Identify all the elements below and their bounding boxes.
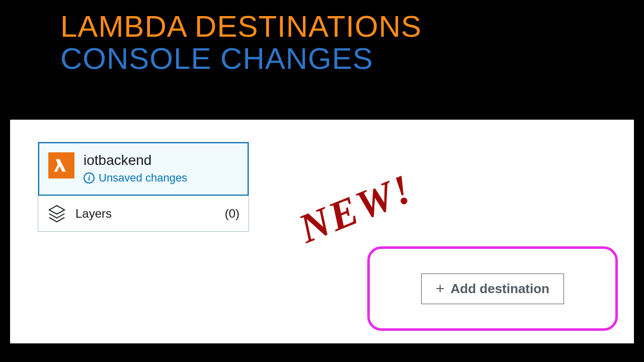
console-panel: iotbackend i Unsaved changes Layers (0) … [10, 120, 634, 343]
unsaved-changes-label: Unsaved changes [99, 171, 187, 185]
add-destination-button[interactable]: + Add destination [421, 274, 564, 304]
slide-title: LAMBDA DESTINATIONS CONSOLE CHANGES [60, 9, 422, 76]
info-icon: i [84, 172, 95, 184]
function-name: iotbackend [84, 152, 187, 168]
function-header[interactable]: iotbackend i Unsaved changes [38, 142, 249, 196]
layers-row[interactable]: Layers (0) [38, 196, 249, 231]
new-annotation: NEW! [292, 164, 420, 252]
plus-icon: + [436, 281, 445, 296]
add-destination-label: Add destination [451, 281, 549, 297]
function-info: iotbackend i Unsaved changes [84, 152, 187, 185]
highlight-box: + Add destination [367, 246, 618, 331]
function-card[interactable]: iotbackend i Unsaved changes Layers (0) [38, 142, 249, 232]
title-line-1: LAMBDA DESTINATIONS [60, 9, 422, 44]
layers-icon [47, 204, 66, 223]
unsaved-changes-row: i Unsaved changes [84, 171, 187, 185]
layers-label: Layers [75, 207, 216, 221]
layers-count: (0) [225, 207, 239, 221]
lambda-icon [48, 152, 74, 178]
title-line-2: CONSOLE CHANGES [60, 41, 422, 76]
